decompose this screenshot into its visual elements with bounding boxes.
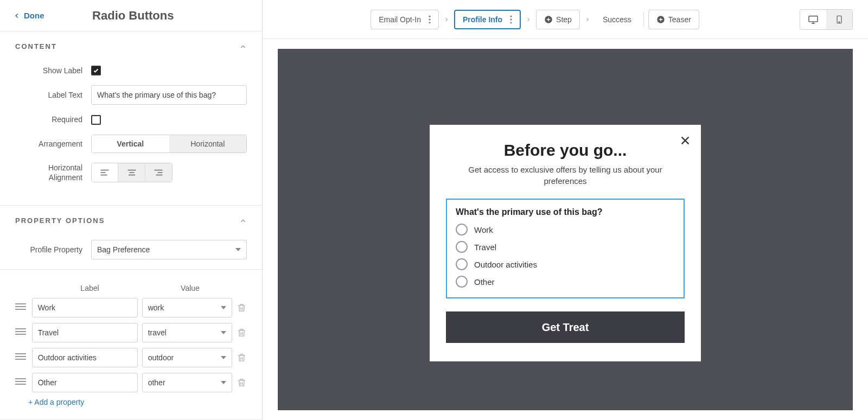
content-panel-header[interactable]: Content — [0, 31, 262, 61]
option-row: outdoor — [15, 348, 247, 367]
trash-icon[interactable] — [237, 352, 247, 363]
profile-property-select[interactable]: Bag Preference — [91, 240, 247, 259]
align-left-icon — [100, 169, 110, 176]
option-value: travel — [148, 328, 167, 337]
profile-property-label: Profile Property — [15, 245, 91, 254]
sidebar-title: Radio Buttons — [44, 9, 222, 23]
topbar: Email Opt-In Profile Info Step Success — [263, 0, 868, 39]
halign-label: Horizontal Alignment — [15, 163, 91, 182]
option-label-input[interactable] — [32, 298, 138, 317]
mobile-icon — [834, 15, 845, 24]
option-row: travel — [15, 323, 247, 342]
option-value-select[interactable]: other — [142, 373, 232, 392]
arrangement-vertical[interactable]: Vertical — [92, 135, 169, 152]
align-left-button[interactable] — [92, 163, 118, 182]
add-teaser-button[interactable]: Teaser — [648, 10, 699, 29]
main: Email Opt-In Profile Info Step Success — [263, 0, 868, 420]
step-label: Step — [556, 15, 572, 24]
sidebar-header: Done Radio Buttons — [0, 0, 262, 31]
divider — [643, 12, 644, 27]
option-label-input[interactable] — [32, 373, 138, 392]
chevron-up-icon — [239, 43, 247, 50]
drag-handle[interactable] — [15, 328, 28, 338]
close-icon[interactable] — [679, 135, 691, 147]
option-label-input[interactable] — [32, 323, 138, 342]
option-label-input[interactable] — [32, 348, 138, 367]
align-center-button[interactable] — [118, 163, 145, 182]
radio-group-box[interactable]: What's the primary use of this bag? Work… — [446, 199, 685, 298]
dots-vertical-icon[interactable] — [506, 14, 516, 25]
device-desktop-button[interactable] — [800, 10, 826, 29]
radio-option[interactable]: Outdoor activities — [456, 258, 675, 270]
back-button[interactable]: Done — [13, 11, 44, 20]
svg-point-33 — [839, 22, 839, 22]
plus-circle-icon — [656, 15, 665, 24]
show-label-label: Show Label — [15, 66, 91, 75]
align-center-icon — [127, 169, 137, 176]
modal-title: Before you go... — [446, 141, 685, 160]
radio-label: Other — [474, 277, 495, 287]
align-right-icon — [154, 169, 163, 176]
add-step-button[interactable]: Step — [536, 10, 580, 29]
dots-vertical-icon[interactable] — [424, 14, 435, 25]
add-property-link[interactable]: + Add a property — [15, 398, 247, 406]
trash-icon[interactable] — [237, 377, 247, 388]
caret-down-icon — [221, 330, 226, 335]
col-value-header: Value — [143, 284, 238, 292]
arrangement-toggle: Vertical Horizontal — [91, 135, 247, 153]
radio-circle-icon — [456, 241, 468, 253]
arrangement-label: Arrangement — [15, 139, 91, 149]
option-value-select[interactable]: outdoor — [142, 348, 232, 367]
plus-circle-icon — [544, 15, 553, 24]
option-value-select[interactable]: travel — [142, 323, 232, 342]
svg-point-22 — [429, 18, 430, 20]
form-question: What's the primary use of this bag? — [456, 207, 675, 217]
option-row: other — [15, 373, 247, 392]
caret-down-icon — [221, 305, 226, 310]
svg-point-21 — [429, 15, 430, 17]
step-profile-info[interactable]: Profile Info — [454, 10, 521, 29]
property-panel: Property Options Profile Property Bag Pr… — [0, 206, 262, 420]
property-panel-title: Property Options — [15, 217, 105, 225]
radio-option[interactable]: Work — [456, 224, 675, 236]
trash-icon[interactable] — [237, 302, 247, 313]
option-value: work — [148, 303, 164, 312]
step-label: Success — [603, 15, 631, 24]
cta-label: Get Treat — [542, 321, 589, 334]
drag-handle[interactable] — [15, 303, 28, 313]
col-label-header: Label — [37, 284, 143, 292]
option-value: outdoor — [148, 353, 174, 362]
show-label-checkbox[interactable] — [91, 66, 101, 75]
drag-icon — [15, 303, 26, 310]
radio-label: Work — [474, 225, 493, 234]
preview-modal: Before you go... Get access to exclusive… — [430, 125, 701, 361]
radio-option[interactable]: Travel — [456, 241, 675, 253]
option-value-select[interactable]: work — [142, 298, 232, 317]
arrangement-horizontal[interactable]: Horizontal — [169, 135, 247, 152]
label-text-input[interactable] — [91, 85, 247, 105]
svg-point-25 — [510, 18, 512, 20]
trash-icon[interactable] — [237, 327, 247, 338]
property-panel-header[interactable]: Property Options — [0, 206, 262, 236]
step-email-opt-in[interactable]: Email Opt-In — [371, 10, 439, 29]
radio-circle-icon — [456, 276, 468, 288]
profile-property-value: Bag Preference — [97, 245, 150, 254]
back-label: Done — [24, 11, 44, 20]
device-mobile-button[interactable] — [826, 10, 852, 29]
drag-handle[interactable] — [15, 353, 28, 362]
caret-down-icon — [221, 355, 226, 360]
step-label: Teaser — [668, 15, 691, 24]
radio-option[interactable]: Other — [456, 276, 675, 288]
canvas: Before you go... Get access to exclusive… — [263, 39, 868, 420]
align-right-button[interactable] — [145, 163, 172, 182]
halign-group — [91, 163, 173, 182]
chevron-right-icon — [443, 16, 450, 23]
required-checkbox[interactable] — [91, 115, 101, 125]
device-toggle — [800, 9, 853, 30]
cta-button[interactable]: Get Treat — [446, 311, 685, 343]
canvas-stage: Before you go... Get access to exclusive… — [278, 49, 853, 410]
step-success[interactable]: Success — [595, 10, 639, 29]
chevron-up-icon — [239, 217, 247, 225]
drag-handle[interactable] — [15, 378, 28, 387]
content-panel: Content Show Label Label Text Required — [0, 31, 262, 206]
